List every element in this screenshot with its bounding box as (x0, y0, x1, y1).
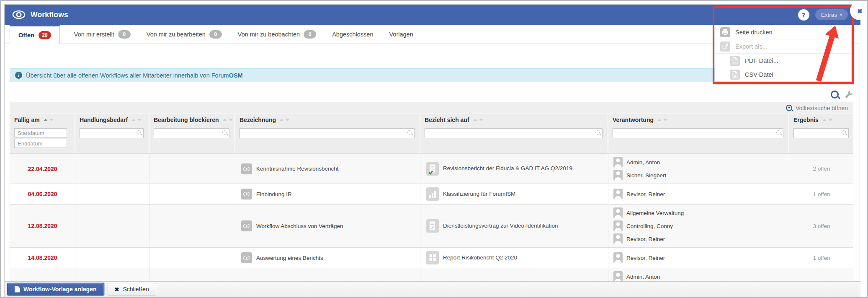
wrench-settings-icon[interactable] (845, 90, 853, 99)
sort-asc-icon[interactable] (657, 119, 662, 121)
sort-asc-icon[interactable] (822, 119, 827, 121)
sort-asc-icon[interactable] (44, 119, 48, 121)
tab-label: Von mir zu beobachten (238, 31, 300, 38)
blockieren-cell (149, 248, 235, 268)
person-name: Controlling, Conny (626, 223, 673, 229)
tab-label: Vorlagen (389, 31, 413, 38)
tab-abgeschlossen[interactable]: Abgeschlossen (330, 25, 375, 44)
table-row[interactable]: 05.09.2020 Kenntnisnahme Revisionsberich… (10, 268, 853, 281)
workflow-eye-icon (241, 163, 252, 174)
help-button[interactable]: ? (798, 9, 809, 21)
tab-vorlagen[interactable]: Vorlagen (388, 25, 415, 44)
create-workflow-template-button[interactable]: Workflow-Vorlage anlegen (7, 283, 104, 295)
eye-icon (12, 10, 26, 19)
bezeichnung-filter-input[interactable] (240, 128, 415, 138)
blockieren-cell (149, 154, 235, 184)
search-icon (842, 130, 846, 135)
blockieren-filter-input[interactable] (154, 128, 229, 138)
due-date: 14.08.2020 (10, 248, 75, 268)
sort-desc-icon[interactable] (286, 119, 290, 121)
menu-item-label: Export als... (735, 43, 768, 50)
column-header-verantwortung[interactable]: Verantwortung (608, 114, 789, 125)
pdf-file-icon (730, 56, 740, 66)
table-toolbar (813, 90, 853, 99)
person-name: Sicher, Siegbert (626, 172, 666, 179)
table-row[interactable]: 22.04.2020 Kenntnisnahme Revisionsberich… (10, 153, 853, 184)
filter-bezeichnung (235, 125, 420, 153)
search-icon[interactable] (831, 91, 839, 98)
table-row[interactable]: 04.06.2020 Einbindung IR Klassifizierung… (10, 184, 853, 204)
column-header-bearbeitung-blockieren[interactable]: Bearbeitung blockieren (149, 114, 235, 125)
menu-item-csv-datei[interactable]: CSV-Datei (715, 67, 851, 81)
search-icon (407, 130, 412, 135)
handlungsbedarf-cell (75, 184, 149, 204)
tab-von-mir-zu-beobachten[interactable]: Von mir zu beobachten 0 (236, 25, 318, 44)
sort-asc-icon[interactable] (131, 119, 136, 121)
tab-offen[interactable]: Offen 20 (10, 25, 60, 44)
sort-asc-icon[interactable] (223, 119, 227, 121)
menu-item-pdf-datei[interactable]: PDF-Datei... (715, 53, 851, 67)
count-badge: 0 (209, 30, 222, 39)
count-badge: 0 (118, 30, 131, 39)
verantwortung-filter-input[interactable] (613, 128, 783, 138)
sort-desc-icon[interactable] (828, 119, 832, 121)
menu-item-label: Seite drucken (735, 29, 773, 36)
column-header-bezieht-sich-auf[interactable]: Bezieht sich auf (420, 114, 608, 125)
sort-desc-icon[interactable] (137, 119, 142, 121)
workflows-dialog-screenshot: Workflows ? Extras ▾ Offen 20 Von mir er… (0, 0, 868, 298)
responsibility-cell: Revisor, Reiner (608, 184, 789, 204)
table-filter-row (10, 125, 853, 153)
menu-item-seite-drucken[interactable]: Seite drucken (715, 25, 851, 39)
workflow-name: Einbindung IR (256, 191, 292, 197)
person-icon (613, 252, 623, 263)
search-icon (776, 130, 780, 135)
close-x-icon: ✖ (115, 286, 119, 293)
tab-von-mir-erstellt[interactable]: Von mir erstellt 0 (72, 25, 132, 44)
tab-label: Von mir zu bearbeiten (147, 31, 206, 38)
enddate-filter-input[interactable] (14, 139, 67, 148)
person-name: Allgemeine Verwaltung (626, 210, 684, 216)
handlungsbedarf-filter-input[interactable] (80, 128, 144, 138)
sort-asc-icon[interactable] (280, 119, 284, 121)
column-header-faellig-am[interactable]: Fällig am (10, 114, 75, 125)
due-date: 04.06.2020 (10, 184, 75, 204)
reference-name: Klassifizierung für ForumISM (443, 190, 515, 198)
person-name: Admin, Anton (626, 159, 660, 166)
responsibility-cell: Admin, Anton Sicher, Siegbert (608, 154, 789, 184)
filter-bearbeitung-blockieren (149, 125, 235, 153)
table-row[interactable]: 12.08.2020 Workflow Abschluss von Verträ… (10, 204, 853, 247)
result-cell: 1 offen (789, 184, 853, 204)
column-header-handlungsbedarf[interactable]: Handlungsbedarf (75, 114, 149, 125)
bezieht-filter-input[interactable] (425, 128, 603, 138)
sort-desc-icon[interactable] (49, 119, 54, 121)
filter-handlungsbedarf (75, 125, 149, 153)
sort-desc-icon[interactable] (663, 119, 667, 121)
sort-desc-icon[interactable] (479, 119, 483, 121)
reference-name: Dienstleistungsvertrag zur Video-Identif… (443, 222, 558, 230)
tab-von-mir-zu-bearbeiten[interactable]: Von mir zu bearbeiten 0 (145, 25, 224, 44)
table-row[interactable]: 14.08.2020 Auswertung eines Berichts Rep… (10, 247, 853, 268)
workflow-eye-icon (241, 252, 252, 263)
startdate-filter-input[interactable] (14, 128, 67, 137)
handlungsbedarf-cell (75, 205, 149, 247)
sort-desc-icon[interactable] (229, 119, 233, 121)
window-close-button[interactable]: ✖ (854, 5, 865, 17)
column-header-bezeichnung[interactable]: Bezeichnung (235, 114, 420, 125)
extras-button[interactable]: Extras ▾ (815, 9, 848, 20)
sort-asc-icon[interactable] (473, 119, 477, 121)
person-name: Revisor, Reiner (626, 236, 665, 242)
search-icon (595, 130, 600, 135)
column-header-ergebnis[interactable]: Ergebnis (789, 114, 853, 125)
reference-name: Report Risikobericht Q2 2020 (443, 254, 517, 262)
chart-icon (426, 187, 439, 201)
result-cell: 2 offen (789, 154, 853, 184)
ergebnis-filter-input[interactable] (793, 128, 849, 138)
csv-file-icon (730, 70, 740, 80)
fulltext-search-toggle[interactable]: Volltextsuche öffnen (10, 102, 853, 114)
handlungsbedarf-cell (75, 268, 149, 281)
count-badge: 0 (304, 30, 316, 39)
workflows-table: Volltextsuche öffnen Fällig am Handlungs… (10, 102, 853, 281)
result-cell: 3 offen (789, 268, 853, 281)
close-dialog-button[interactable]: ✖ Schließen (108, 283, 156, 295)
workflow-eye-icon (241, 220, 252, 231)
